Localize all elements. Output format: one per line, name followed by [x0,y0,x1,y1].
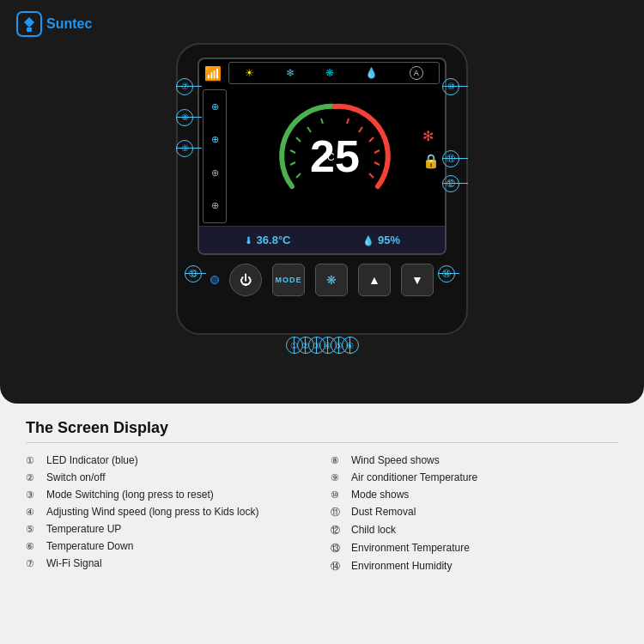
thermostat: 📶 ☀ ❄ ❋ 💧 A ⊕ ⊕ ⊕ ⊕ [176,43,468,335]
feature-num: ⑨ [331,472,348,483]
feature-item: ⑭Environment Humidity [331,557,618,575]
buttons-row: ⏻ MODE ❋ ▲ ▼ [210,264,434,296]
feature-item: ③Mode Switching (long press to reset) [26,486,313,503]
logo-icon [15,10,43,38]
mode-button[interactable]: MODE [272,264,305,296]
screen-left-fans: ⊕ ⊕ ⊕ ⊕ [203,89,227,223]
callout-13: ⑬ [185,265,202,283]
screen-bottom: 🌡 36.8°C 💧 95% [199,226,445,253]
feature-item: ⑧Wind Speed shows [331,452,618,469]
svg-line-2 [296,173,301,178]
callout-7: ⑦ [176,78,193,95]
wifi-icon: 📶 [204,65,222,82]
svg-line-8 [347,118,349,124]
power-button[interactable]: ⏻ [229,264,262,296]
feature-item: ②Switch on/off [26,469,313,486]
screen: 📶 ☀ ❄ ❋ 💧 A ⊕ ⊕ ⊕ ⊕ [197,58,447,255]
feature-num: ④ [26,507,43,518]
right-callouts: ⑩ ⑪ ⑫ [442,86,468,184]
feature-item: ⑥Temperature Down [26,538,313,555]
feature-text: Wind Speed shows [351,454,440,466]
drop-mode-icon: 💧 [365,67,378,79]
feature-num: ③ [26,489,43,501]
feature-item: ①LED Indicator (blue) [26,452,313,469]
screen-right-icons: ✻ 🔒 [422,128,440,169]
logo: Suntec [15,10,92,38]
temp-down-button[interactable]: ▼ [401,264,434,296]
sun-mode-icon: ☀ [245,67,254,79]
fan-speed-2: ⊕ [211,134,219,145]
fan-button[interactable]: ❋ [315,264,348,296]
callout-8: ⑧ [176,109,193,126]
bottom-callouts: ① ② ③ ④ ⑤ ⑥ [159,337,485,354]
feature-num: ⑭ [331,560,348,573]
feature-num: ⑤ [26,524,43,535]
fan-mode-icon: ❋ [325,67,334,79]
svg-line-7 [321,118,323,124]
feature-text: Mode shows [351,489,409,501]
callout-13-container: ⑬ [185,273,206,274]
fan-speed-1: ⊕ [211,101,219,112]
temp-display: °C 25 [310,134,360,179]
temperature-number: 25 [310,131,360,181]
feature-num: ② [26,472,43,483]
snowflake-mode-icon: ❄ [286,67,295,79]
feature-num: ⑦ [26,558,43,569]
callout-6: ⑥ [342,337,359,354]
feature-text: Environment Temperature [351,542,470,554]
device-container: 📶 ☀ ❄ ❋ 💧 A ⊕ ⊕ ⊕ ⊕ [159,34,485,369]
callout-11: ⑪ [442,150,459,167]
callout-14-container: ⑭ [438,273,459,274]
env-temp-reading: 🌡 36.8°C [244,234,291,246]
dust-removal-icon: ✻ [422,128,440,144]
gauge-area: °C 25 [266,88,404,225]
callout-10: ⑩ [442,78,459,95]
feature-text: Adjusting Wind speed (long press to Kids… [46,506,258,518]
svg-line-4 [290,150,295,153]
screen-top-bar: 📶 ☀ ❄ ❋ 💧 A [199,59,445,87]
info-section: The Screen Display ①LED Indicator (blue)… [0,404,644,644]
feature-item: ⑪Dust Removal [331,503,618,521]
features-grid: ①LED Indicator (blue)②Switch on/off③Mode… [26,452,618,575]
feature-text: Dust Removal [351,506,416,518]
feature-text: Switch on/off [46,471,105,483]
feature-text: Air conditioner Temperature [351,471,477,483]
temp-up-button[interactable]: ▲ [358,264,391,296]
fan-speed-3: ⊕ [211,167,219,179]
led-indicator [210,276,219,284]
feature-num: ⑩ [331,489,348,501]
svg-rect-1 [27,27,32,32]
svg-line-13 [369,173,374,178]
logo-text: Suntec [46,16,92,32]
callout-9: ⑨ [176,140,193,157]
feature-text: Mode Switching (long press to reset) [46,489,214,501]
feature-num: ⑬ [331,542,348,555]
feature-item: ⑨Air conditioner Temperature [331,469,618,486]
callout-14: ⑭ [438,265,455,283]
callout-12: ⑫ [442,175,459,192]
child-lock-icon: 🔒 [422,153,440,169]
auto-mode-icon: A [410,66,423,80]
feature-num: ⑧ [331,455,348,466]
feature-text: Environment Humidity [351,560,452,572]
svg-line-10 [369,137,374,142]
svg-line-11 [374,150,380,153]
svg-line-12 [374,162,380,165]
feature-text: LED Indicator (blue) [46,454,138,466]
main-display: °C 25 [230,89,440,223]
env-humidity-reading: 💧 95% [362,234,400,246]
feature-item: ⑤Temperature UP [26,520,313,538]
svg-line-3 [290,162,295,165]
svg-line-5 [296,137,301,142]
feature-item: ⑫Child lock [331,521,618,539]
feature-num: ⑪ [331,506,348,519]
mode-icons-box: ☀ ❄ ❋ 💧 A [228,62,440,84]
feature-num: ① [26,455,43,466]
left-callouts: ⑦ ⑧ ⑨ [176,86,202,149]
device-area: Suntec 📶 ☀ ❄ ❋ 💧 A [0,0,644,404]
fan-speed-4: ⊕ [211,200,219,211]
feature-text: Child lock [351,524,396,536]
feature-text: Temperature UP [46,523,121,535]
feature-text: Temperature Down [46,540,133,552]
feature-item: ④Adjusting Wind speed (long press to Kid… [26,503,313,520]
